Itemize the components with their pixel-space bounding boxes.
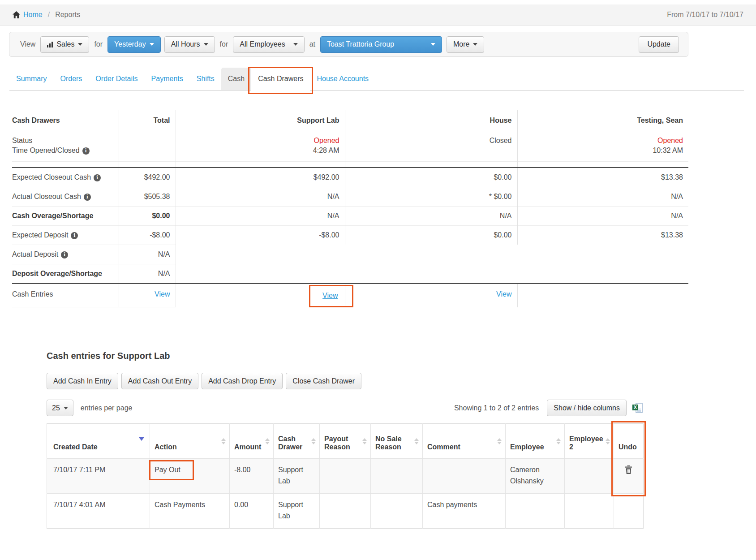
caret-down-icon — [293, 43, 298, 46]
svg-text:X: X — [634, 405, 637, 410]
tab-payments[interactable]: Payments — [145, 68, 190, 90]
close-cash-drawer-button[interactable]: Close Cash Drawer — [286, 373, 361, 389]
cash-overage-row: Cash Overage/Shortage $0.00 N/A N/A N/A — [12, 206, 688, 225]
sort-icon — [497, 438, 502, 444]
info-icon[interactable]: i — [71, 232, 78, 239]
col-total: Total — [119, 110, 176, 137]
tab-house-accounts[interactable]: House Accounts — [310, 68, 375, 90]
deposit-overage-row: Deposit Overage/Shortage N/A — [12, 264, 688, 284]
sort-icon — [311, 438, 316, 444]
report-tabs: Summary Orders Order Details Payments Sh… — [9, 68, 744, 90]
entries-per-page-label: entries per page — [81, 404, 133, 412]
col-support-lab: Support Lab — [176, 110, 345, 137]
info-icon[interactable]: i — [94, 174, 101, 181]
cash-entry-actions: Add Cash In Entry Add Cash Out Entry Add… — [47, 373, 643, 389]
caret-down-icon — [64, 407, 68, 409]
col-undo: Undo — [614, 424, 644, 459]
add-cash-drop-button[interactable]: Add Cash Drop Entry — [202, 373, 283, 389]
caret-down-icon — [78, 43, 82, 46]
status-house: Closed — [345, 137, 517, 146]
col-employee-2[interactable]: Employee 2 — [565, 424, 614, 459]
date-range-dropdown[interactable]: Yesterday — [107, 36, 161, 53]
report-type-dropdown[interactable]: Sales — [40, 36, 89, 53]
time-support-lab: 4:28 AM — [176, 146, 345, 162]
tab-orders[interactable]: Orders — [53, 68, 89, 90]
time-testing-sean: 10:32 AM — [517, 146, 688, 162]
table-row: 7/10/17 4:01 AM Cash Payments 0.00 Suppo… — [47, 494, 644, 529]
hours-dropdown[interactable]: All Hours — [164, 36, 215, 53]
caret-down-icon — [431, 43, 435, 46]
more-dropdown[interactable]: More — [447, 36, 484, 53]
col-house: House — [345, 110, 517, 137]
cash-entries-section: Add Cash In Entry Add Cash Out Entry Add… — [47, 373, 643, 529]
summary-header-row: Cash Drawers Total Support Lab House Tes… — [12, 110, 688, 137]
show-hide-columns-button[interactable]: Show / hide columns — [547, 400, 627, 416]
sort-icon — [556, 438, 561, 444]
breadcrumb-home-link[interactable]: Home — [23, 11, 43, 19]
page-size-dropdown[interactable]: 25 — [47, 400, 73, 416]
status-testing-sean: Opened — [517, 137, 688, 146]
breadcrumb-current: Reports — [55, 11, 80, 19]
breadcrumb-separator: / — [48, 11, 50, 19]
col-comment[interactable]: Comment — [423, 424, 506, 459]
sort-icon — [221, 438, 226, 444]
view-house-link[interactable]: View — [496, 290, 511, 298]
showing-entries-text: Showing 1 to 2 of 2 entries — [454, 404, 539, 412]
cash-entries-table-wrap: Created Date Action Amount Cash Drawer P… — [47, 423, 643, 529]
cash-drawers-summary-table: Cash Drawers Total Support Lab House Tes… — [12, 110, 688, 307]
time-row: Time Opened/Closedi 4:28 AM 10:32 AM — [12, 146, 688, 162]
sort-icon — [265, 438, 270, 444]
tab-cash[interactable]: Cash — [221, 68, 251, 90]
filter-bar: View Sales for Yesterday All Hours for A… — [9, 32, 688, 57]
for-label: for — [94, 40, 103, 48]
col-payout-reason[interactable]: Payout Reason — [320, 424, 371, 459]
tab-shifts[interactable]: Shifts — [190, 68, 221, 90]
col-cash-drawer[interactable]: Cash Drawer — [274, 424, 320, 459]
at-label: at — [309, 40, 315, 48]
caret-down-icon — [473, 43, 477, 46]
status-row: Status Opened Closed Opened — [12, 137, 688, 146]
info-icon[interactable]: i — [84, 194, 91, 201]
col-testing-sean: Testing, Sean — [517, 110, 688, 137]
col-action[interactable]: Action — [150, 424, 230, 459]
col-no-sale-reason[interactable]: No Sale Reason — [371, 424, 423, 459]
col-amount[interactable]: Amount — [230, 424, 274, 459]
location-select[interactable]: Toast Trattoria Group — [320, 36, 442, 53]
col-created-date[interactable]: Created Date — [47, 424, 150, 459]
sort-icon — [606, 438, 610, 444]
cash-entries-table: Created Date Action Amount Cash Drawer P… — [47, 423, 644, 529]
sort-desc-icon — [139, 437, 144, 441]
for-label-2: for — [220, 40, 228, 48]
table-header-row: Created Date Action Amount Cash Drawer P… — [47, 424, 644, 459]
caret-down-icon — [204, 43, 208, 46]
status-support-lab: Opened — [176, 137, 345, 146]
cash-entries-heading: Cash entries for Support Lab — [47, 351, 756, 361]
view-total-link[interactable]: View — [155, 290, 170, 298]
sort-icon — [414, 438, 419, 444]
undo-trash-button[interactable] — [625, 465, 632, 474]
employees-dropdown[interactable]: All Employees — [233, 36, 304, 53]
excel-export-icon[interactable]: X — [632, 403, 643, 414]
home-icon — [13, 11, 20, 18]
bar-chart-icon — [47, 42, 53, 47]
col-employee[interactable]: Employee — [506, 424, 565, 459]
caret-down-icon — [150, 43, 154, 46]
tab-summary[interactable]: Summary — [9, 68, 53, 90]
expected-closeout-row: Expected Closeout Cashi $492.00 $492.00 … — [12, 168, 688, 187]
view-label: View — [20, 40, 35, 48]
view-support-lab-link[interactable]: View — [322, 292, 338, 299]
tab-order-details[interactable]: Order Details — [89, 68, 144, 90]
add-cash-in-button[interactable]: Add Cash In Entry — [47, 373, 118, 389]
report-date-range: From 7/10/17 to 7/10/17 — [667, 11, 743, 19]
cash-entries-row: Cash Entries View View View — [12, 284, 688, 307]
info-icon[interactable]: i — [82, 147, 90, 155]
actual-deposit-row: Actual Depositi N/A — [12, 245, 688, 264]
table-row: 7/10/17 7:11 PM Pay Out -8.00 Support La… — [47, 459, 644, 494]
update-button[interactable]: Update — [639, 36, 679, 53]
annotation-box-pay-out: Pay Out — [149, 460, 194, 480]
info-icon[interactable]: i — [61, 251, 68, 258]
tab-cash-drawers[interactable]: Cash Drawers — [251, 68, 310, 90]
summary-title: Cash Drawers — [12, 110, 119, 137]
add-cash-out-button[interactable]: Add Cash Out Entry — [121, 373, 198, 389]
table-controls: 25 entries per page Showing 1 to 2 of 2 … — [47, 400, 643, 416]
